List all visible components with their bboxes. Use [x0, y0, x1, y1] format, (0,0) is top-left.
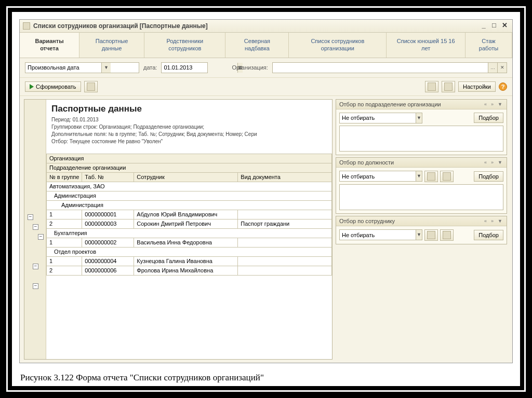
report-filter: Отбор: Текущее состояние Не равно "Уволе… [51, 138, 327, 145]
dropdown-icon[interactable]: ▼ [416, 113, 422, 123]
app-window: Списки сотрудников организаций [Паспортн… [19, 19, 513, 363]
params-bar: ▼ дата: ▦ Организация: … ✕ [20, 58, 512, 78]
tab-passport[interactable]: Паспортные данные [79, 33, 144, 58]
report-pane: − − − − − Паспортные данные Период: 01.0… [24, 99, 332, 360]
dropdown-icon[interactable]: ▼ [416, 171, 422, 181]
org-clear-icon[interactable]: ✕ [497, 63, 507, 73]
org-combo[interactable]: … ✕ [272, 62, 507, 73]
panel-menu-icon[interactable]: ▼ [497, 218, 503, 224]
filter-mode-combo[interactable]: ▼ [339, 229, 422, 240]
filter-list[interactable] [339, 184, 503, 210]
filter-panel-employee: Отбор по сотруднику « » ▼ ▼ [336, 216, 507, 244]
panel-title: Отбор по сотруднику [339, 218, 395, 224]
report-groups: Группировки строк: Организация; Подразде… [51, 123, 327, 131]
titlebar: Списки сотрудников организаций [Паспортн… [20, 20, 512, 33]
report-fields: Дополнительные поля: № в группе; Таб. №;… [51, 131, 327, 138]
print-button[interactable] [84, 81, 98, 92]
org-label: Организация: [232, 64, 268, 71]
table-row: Автоматизация, ЗАО [47, 182, 332, 191]
add-icon [427, 231, 435, 239]
pick-button[interactable]: Подбор [474, 113, 503, 123]
panel-menu-icon[interactable]: ▼ [497, 160, 503, 165]
hdr-col1: № в группе [47, 172, 82, 182]
expander-sub1[interactable]: − [38, 234, 44, 240]
filter-mode-input[interactable] [340, 230, 416, 240]
table-row: Администрация [47, 191, 332, 200]
app-icon [23, 22, 30, 30]
org-select-icon[interactable]: … [488, 63, 497, 73]
mode-combo[interactable]: ▼ [25, 62, 139, 73]
panel-title: Отбор по подразделение организации [339, 101, 441, 107]
expander-dept1[interactable]: − [33, 224, 38, 230]
layout2-button[interactable] [442, 81, 455, 92]
panel-next-icon[interactable]: » [490, 218, 495, 224]
tab-variants[interactable]: Варианты отчета [20, 33, 79, 58]
panel-prev-icon[interactable]: « [483, 160, 488, 165]
figure-caption: Рисунок 3.122 Форма отчета "Списки сотру… [13, 369, 519, 385]
report-period: Период: 01.01.2013 [51, 116, 327, 123]
table-row: 1 0000000001 Абдулов Юрий Владимирович [47, 210, 332, 219]
date-input[interactable] [162, 63, 237, 73]
window-title: Списки сотрудников организаций [Паспортн… [33, 22, 478, 30]
expander-dept3[interactable]: − [33, 283, 38, 289]
toolbar: Сформировать Настройки ? [20, 78, 512, 96]
hdr-col4: Вид документа [238, 172, 332, 182]
org-input[interactable] [273, 63, 488, 73]
tab-youth-list[interactable]: Список юношей 15 16 лет [387, 33, 466, 58]
run-button[interactable]: Сформировать [25, 81, 81, 92]
filter-list[interactable] [339, 126, 503, 152]
mode-input[interactable] [25, 63, 101, 73]
filter-panel-department: Отбор по подразделение организации « » ▼… [336, 99, 507, 155]
remove-button[interactable] [440, 229, 454, 241]
mode-dropdown-icon[interactable]: ▼ [101, 63, 111, 73]
panel-next-icon[interactable]: » [490, 102, 495, 107]
close-button[interactable]: ✕ [500, 22, 509, 30]
tabs-bar: Варианты отчета Паспортные данные Родств… [20, 33, 512, 58]
panel-menu-icon[interactable]: ▼ [497, 102, 503, 107]
panel-next-icon[interactable]: » [490, 160, 495, 165]
remove-icon [443, 231, 451, 239]
hdr-col2: Таб. № [82, 172, 134, 182]
help-icon[interactable]: ? [499, 83, 507, 91]
table-row: Администрация [47, 200, 332, 210]
panel-prev-icon[interactable]: « [483, 102, 488, 107]
printer-icon [87, 83, 95, 91]
panel-prev-icon[interactable]: « [483, 218, 488, 224]
remove-button[interactable] [440, 171, 454, 182]
pick-button[interactable]: Подбор [474, 171, 503, 182]
panel-title: Отбор по должности [339, 159, 394, 166]
side-panels: Отбор по подразделение организации « » ▼… [336, 99, 507, 360]
add-button[interactable] [424, 229, 438, 241]
expander-org[interactable]: − [28, 214, 33, 220]
add-button[interactable] [424, 171, 438, 182]
table-row: 1 0000000002 Васильева Инна Федоровна [47, 238, 332, 247]
tab-employee-list[interactable]: Список сотрудников организации [289, 33, 387, 58]
expander-dept2[interactable]: − [33, 264, 38, 269]
remove-icon [443, 172, 451, 181]
layout1-button[interactable] [425, 81, 438, 92]
run-label: Сформировать [36, 84, 76, 90]
tab-north-bonus[interactable]: Северная надбавка [225, 33, 289, 58]
dropdown-icon[interactable]: ▼ [416, 230, 422, 240]
report-title: Паспортные данные [51, 104, 327, 114]
filter-mode-combo[interactable]: ▼ [339, 113, 422, 123]
filter-mode-input[interactable] [340, 171, 416, 181]
minimize-button[interactable]: _ [479, 22, 488, 30]
tree-gutter: − − − − − [24, 100, 46, 360]
table-row: 2 0000000006 Фролова Ирина Михайловна [47, 266, 332, 275]
report-table: Организация Подразделение организации № … [46, 154, 332, 276]
date-combo[interactable]: ▦ [161, 62, 208, 73]
filter-mode-combo[interactable]: ▼ [339, 171, 422, 182]
filter-panel-position: Отбор по должности « » ▼ ▼ [336, 157, 507, 214]
tab-relatives[interactable]: Родственники сотрудников [144, 33, 225, 58]
play-icon [30, 84, 34, 89]
body-split: − − − − − Паспортные данные Период: 01.0… [20, 96, 512, 363]
pick-button[interactable]: Подбор [474, 230, 503, 240]
tab-seniority[interactable]: Стаж работы [466, 33, 512, 58]
layout2-icon [444, 83, 453, 91]
filter-mode-input[interactable] [340, 113, 416, 123]
report-header: Паспортные данные Период: 01.01.2013 Гру… [46, 100, 332, 148]
restore-button[interactable]: □ [489, 22, 499, 30]
layout-icon [428, 83, 436, 91]
settings-button[interactable]: Настройки [458, 81, 496, 92]
